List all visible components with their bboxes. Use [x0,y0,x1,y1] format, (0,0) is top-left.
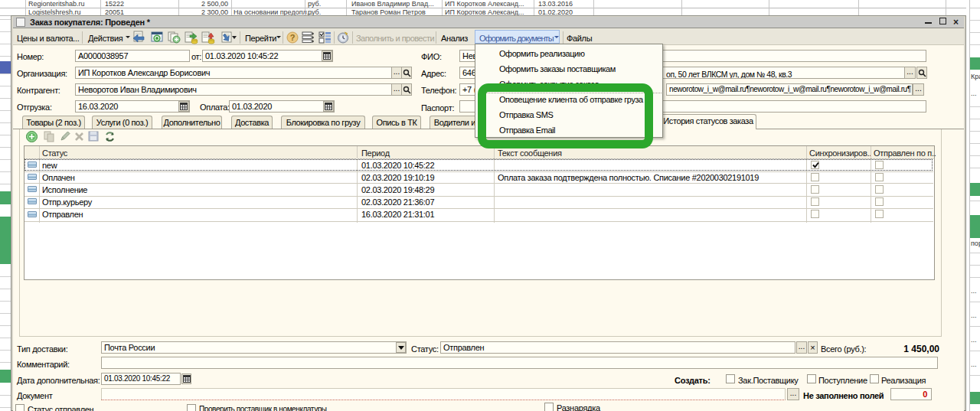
svg-text:?: ? [290,33,296,42]
